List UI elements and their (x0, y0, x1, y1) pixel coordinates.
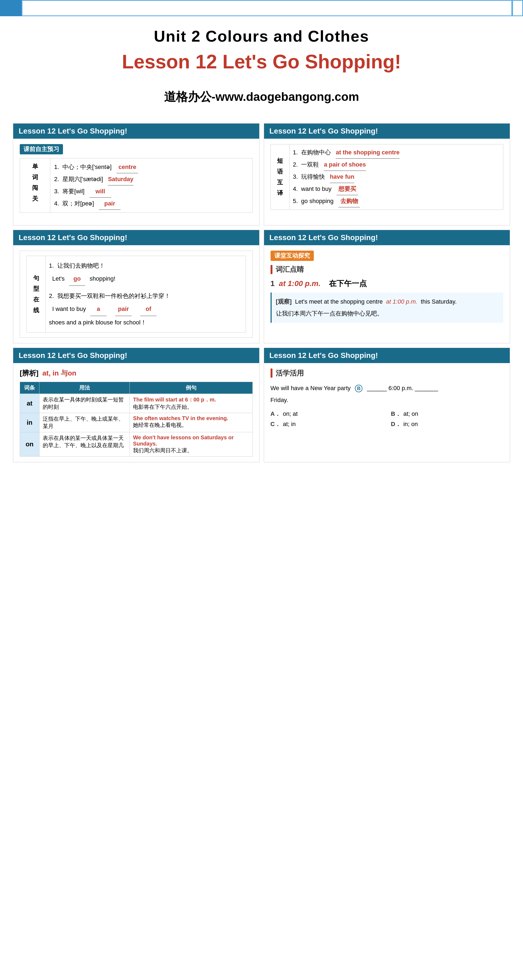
main-title: Unit 2 Colours and Clothes (0, 27, 523, 45)
panels-grid: Lesson 12 Let's Go Shopping! 课前自主预习 单 词 … (0, 121, 523, 475)
page-header: Unit 2 Colours and Clothes Lesson 12 Let… (0, 0, 523, 121)
usage-on: 表示在具体的某一天或具体某一天的早上、下午、晚上以及在星期几 (39, 432, 130, 457)
vocab-table: 单 词 闯 关 1. 中心；中央['sentə] centre 2. 星期六 (20, 158, 253, 213)
col-example: 例句 (130, 382, 253, 394)
activity-red-bar (270, 369, 272, 378)
vocab-item-1: 1. 中心；中央['sentə] centre (54, 161, 248, 173)
options-grid: A． on; at B． at; on C． at; in D． in; on (270, 410, 504, 428)
grammar-title: [辨析] at, in 与on (20, 369, 253, 378)
sentence-vertical-label: 句 型 在 线 (27, 273, 45, 315)
phrase-main-row: 短 语 互 译 1. 在购物中心 at the shopping centre (270, 144, 503, 210)
vocab-section-label: 词汇点睛 (270, 265, 504, 274)
header-line (22, 0, 512, 16)
sentence-item-2-end: shoes and a pink blouse for school！ (49, 316, 242, 329)
panel6-header: Lesson 12 Let's Go Shopping! (264, 348, 510, 363)
vocab-vertical-label: 单 词 闯 关 (24, 161, 46, 204)
classroom-badge: 课堂互动探究 (270, 251, 314, 261)
prep-in: in (20, 413, 40, 432)
panel3-header: Lesson 12 Let's Go Shopping! (13, 230, 259, 245)
usage-at: 表示在某一具体的时刻或某一短暂的时刻 (39, 394, 130, 413)
phrase-label-cell: 短 语 互 译 (270, 144, 289, 210)
phrase-item-2: 2. 一双鞋 a pair of shoes (293, 159, 500, 171)
vocab-item-2: 2. 星期六['sætədi] Saturday (54, 173, 248, 185)
sentence-box: 句 型 在 线 1. 让我们去购物吧！ Let's (20, 251, 253, 338)
vocab-items-cell: 1. 中心；中央['sentə] centre 2. 星期六['sætədi] … (50, 158, 253, 213)
prep-on: on (20, 432, 40, 457)
grammar-thead: 词条 用法 例句 (20, 382, 253, 394)
option-d: D． in; on (391, 420, 503, 428)
panel-grammar: Lesson 12 Let's Go Shopping! [辨析] at, in… (13, 348, 259, 462)
phrase-table: 短 语 互 译 1. 在购物中心 at the shopping centre (270, 144, 504, 210)
website-label: 道格办公-www.daogebangong.com (0, 89, 523, 105)
usage-in: 泛指在早上、下午、晚上或某年、某月 (39, 413, 130, 432)
activity-question: We will have a New Year party B ______ 6… (270, 382, 504, 406)
example-on: We don't have lessons on Saturdays or Su… (130, 432, 253, 457)
sentence-item-1-en: Let's go shopping! (49, 272, 242, 285)
phrase-item-3: 3. 玩得愉快 have fun (293, 171, 500, 183)
panel5-body: [辨析] at, in 与on 词条 用法 例句 at 表示在某一具体的时刻或某… (13, 363, 259, 462)
panel6-body: 活学活用 We will have a New Year party B ___… (264, 363, 510, 450)
example-cn: 让我们本周六下午一点在购物中心见吧。 (276, 308, 499, 320)
panel2-header: Lesson 12 Let's Go Shopping! (264, 124, 510, 139)
red-bar (270, 265, 272, 274)
panel5-header: Lesson 12 Let's Go Shopping! (13, 348, 259, 363)
grammar-header-row: 词条 用法 例句 (20, 382, 253, 394)
prep-at: at (20, 394, 40, 413)
vocab-point-title: 1 at 1:00 p.m. 在下午一点 (270, 278, 504, 289)
header-right-block (512, 0, 523, 16)
grammar-row-at: at 表示在某一具体的时刻或某一短暂的时刻 The film will star… (20, 394, 253, 413)
sentence-content-cell: 1. 让我们去购物吧！ Let's go shopping! 2. 我想要买一双… (46, 256, 246, 332)
grammar-table: 词条 用法 例句 at 表示在某一具体的时刻或某一短暂的时刻 The film … (20, 382, 253, 457)
panel2-body: 短 语 互 译 1. 在购物中心 at the shopping centre (264, 139, 510, 225)
sentence-row: 句 型 在 线 1. 让我们去购物吧！ Let's (27, 256, 246, 332)
option-a: A． on; at (270, 410, 383, 418)
panel1-header: Lesson 12 Let's Go Shopping! (13, 124, 259, 139)
example-at: The film will start at 6：00 p．m. 电影将在下午六… (130, 394, 253, 413)
panel4-body: 课堂互动探究 词汇点睛 1 at 1:00 p.m. 在下午一点 [观察] Le… (264, 245, 510, 332)
col-usage: 用法 (39, 382, 130, 394)
vocab-main-row: 单 词 闯 关 1. 中心；中央['sentə] centre 2. 星期六 (20, 158, 253, 213)
option-c: C． at; in (270, 420, 383, 428)
option-b: B． at; on (391, 410, 503, 418)
example-in: She often watches TV in the evening. 她经常… (130, 413, 253, 432)
panel1-body: 课前自主预习 单 词 闯 关 1. 中心；中央['sentə] (13, 139, 259, 225)
grammar-row-on: on 表示在具体的某一天或具体某一天的早上、下午、晚上以及在星期几 We don… (20, 432, 253, 457)
panel-classroom: Lesson 12 Let's Go Shopping! 课堂互动探究 词汇点睛… (264, 230, 510, 343)
grammar-row-in: in 泛指在早上、下午、晚上或某年、某月 She often watches T… (20, 413, 253, 432)
col-preposition: 词条 (20, 382, 40, 394)
phrase-item-1: 1. 在购物中心 at the shopping centre (293, 146, 500, 159)
sentence-label-cell: 句 型 在 线 (27, 256, 46, 332)
header-blue-block (0, 0, 22, 16)
sentence-item-1: 1. 让我们去购物吧！ (49, 259, 242, 272)
grammar-tbody: at 表示在某一具体的时刻或某一短暂的时刻 The film will star… (20, 394, 253, 457)
sentence-table: 句 型 在 线 1. 让我们去购物吧！ Let's (27, 256, 246, 332)
activity-section-label: 活学活用 (270, 369, 504, 378)
header-decoration (0, 0, 523, 16)
preview-badge: 课前自主预习 (20, 144, 63, 154)
phrase-items-cell: 1. 在购物中心 at the shopping centre 2. 一双鞋 a… (289, 144, 503, 210)
vocab-label-cell: 单 词 闯 关 (20, 158, 50, 213)
example-guancha: [观察] Let's meet at the shopping centre a… (276, 296, 499, 308)
panel3-body: 句 型 在 线 1. 让我们去购物吧！ Let's (13, 245, 259, 343)
phrase-item-5: 5. go shopping 去购物 (293, 195, 500, 207)
phrase-vertical-label: 短 语 互 译 (274, 156, 286, 198)
vocab-item-3: 3. 将要[wil] will (54, 185, 248, 197)
vocab-item-4: 4. 双；对[peə] pair (54, 197, 248, 210)
sentence-item-2-en: I want to buy a pair of (49, 302, 242, 316)
panel-phrase: Lesson 12 Let's Go Shopping! 短 语 互 译 (264, 123, 510, 226)
example-box: [观察] Let's meet at the shopping centre a… (270, 293, 504, 323)
phrase-item-4: 4. want to buy 想要买 (293, 183, 500, 195)
panel-vocab: Lesson 12 Let's Go Shopping! 课前自主预习 单 词 … (13, 123, 259, 226)
answer-badge: B (355, 385, 362, 392)
panel-sentence: Lesson 12 Let's Go Shopping! 句 型 在 线 (13, 230, 259, 343)
panel-activity: Lesson 12 Let's Go Shopping! 活学活用 We wil… (264, 348, 510, 462)
panel4-header: Lesson 12 Let's Go Shopping! (264, 230, 510, 245)
sub-title: Lesson 12 Let's Go Shopping! (0, 51, 523, 73)
sentence-item-2: 2. 我想要买一双鞋和一件粉色的衬衫上学穿！ (49, 290, 242, 302)
